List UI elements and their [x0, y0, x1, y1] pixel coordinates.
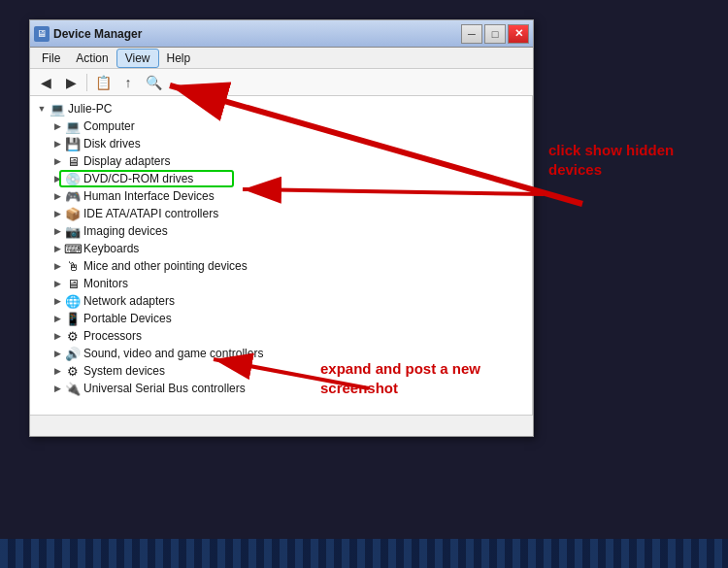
menu-bar: File Action View Help: [30, 48, 533, 69]
network-label: Network adapters: [83, 294, 175, 308]
tree-item-processors[interactable]: ▶ ⚙ Processors: [30, 327, 532, 345]
usb-icon: 🔌: [65, 381, 81, 396]
sound-icon: 🔊: [65, 346, 81, 361]
expand-network[interactable]: ▶: [50, 293, 65, 309]
disk-icon: 💾: [65, 136, 81, 151]
forward-button[interactable]: ▶: [59, 72, 83, 93]
tree-item-keyboards[interactable]: ▶ ⌨ Keyboards: [30, 240, 532, 257]
system-label: System devices: [83, 364, 165, 378]
toolbar-separator-1: [86, 74, 87, 91]
expand-system[interactable]: ▶: [50, 363, 65, 379]
expand-dvd[interactable]: ▶: [50, 171, 65, 186]
expand-displayadapters[interactable]: ▶: [50, 153, 65, 169]
tree-item-dvd[interactable]: ▶ 💿 DVD/CD-ROM drives: [30, 170, 532, 187]
usb-label: Universal Serial Bus controllers: [83, 382, 246, 395]
computer-label: Computer: [83, 119, 135, 133]
network-icon: 🌐: [65, 293, 81, 309]
tree-root[interactable]: ▼ 💻 Julie-PC: [30, 100, 532, 117]
status-bar: [30, 415, 533, 436]
annotation-expand-text: expand and post a new screenshot: [320, 360, 480, 396]
taskbar-bottom: [0, 539, 728, 568]
window-title: Device Manager: [53, 27, 142, 41]
menu-action[interactable]: Action: [68, 50, 116, 67]
expand-processors[interactable]: ▶: [50, 328, 65, 344]
dvd-label: DVD/CD-ROM drives: [83, 172, 193, 185]
tree-item-portable[interactable]: ▶ 📱 Portable Devices: [30, 310, 532, 327]
close-button[interactable]: ✕: [508, 24, 529, 44]
mice-label: Mice and other pointing devices: [83, 259, 248, 273]
expand-sound[interactable]: ▶: [50, 346, 65, 361]
tree-item-diskdrives[interactable]: ▶ 💾 Disk drives: [30, 135, 532, 152]
tree-item-monitors[interactable]: ▶ 🖥 Monitors: [30, 275, 532, 292]
expand-computer[interactable]: ▶: [50, 118, 65, 134]
expand-diskdrives[interactable]: ▶: [50, 136, 65, 151]
properties-button[interactable]: 📋: [91, 72, 115, 93]
imaging-icon: 📷: [65, 223, 81, 239]
display-icon: 🖥: [65, 153, 81, 169]
tree-item-mice[interactable]: ▶ 🖱 Mice and other pointing devices: [30, 257, 532, 275]
mice-icon: 🖱: [65, 258, 81, 274]
hid-label: Human Interface Devices: [83, 189, 215, 203]
root-label: Julie-PC: [68, 102, 112, 116]
tree-item-hid[interactable]: ▶ 🎮 Human Interface Devices: [30, 187, 532, 205]
tree-item-displayadapters[interactable]: ▶ 🖥 Display adapters: [30, 152, 532, 170]
expand-mice[interactable]: ▶: [50, 258, 65, 274]
imaging-label: Imaging devices: [83, 224, 168, 238]
annotation-click: click show hidden devices: [548, 141, 718, 179]
toolbar: ◀ ▶ 📋 ↑ 🔍: [30, 69, 533, 96]
tree-item-imaging[interactable]: ▶ 📷 Imaging devices: [30, 222, 532, 240]
tree-item-ide[interactable]: ▶ 📦 IDE ATA/ATAPI controllers: [30, 205, 532, 222]
hid-icon: 🎮: [65, 188, 81, 204]
expand-usb[interactable]: ▶: [50, 381, 65, 396]
tree-item-network[interactable]: ▶ 🌐 Network adapters: [30, 292, 532, 310]
title-bar-left: 🖥 Device Manager: [34, 26, 142, 42]
scan-button[interactable]: 🔍: [142, 72, 165, 93]
processor-icon: ⚙: [65, 328, 81, 344]
dvd-icon: 💿: [65, 171, 81, 186]
ide-icon: 📦: [65, 206, 81, 221]
back-button[interactable]: ◀: [34, 72, 57, 93]
expand-hid[interactable]: ▶: [50, 188, 65, 204]
computer-icon: 💻: [50, 101, 65, 117]
maximize-button[interactable]: □: [484, 24, 506, 44]
title-bar: 🖥 Device Manager ─ □ ✕: [30, 20, 533, 48]
ide-label: IDE ATA/ATAPI controllers: [83, 207, 218, 220]
expand-monitors[interactable]: ▶: [50, 276, 65, 291]
minimize-button[interactable]: ─: [461, 24, 482, 44]
expand-imaging[interactable]: ▶: [50, 223, 65, 239]
processors-label: Processors: [83, 329, 142, 343]
annotation-click-text: click show hidden devices: [548, 142, 674, 178]
menu-view[interactable]: View: [116, 49, 159, 68]
menu-help[interactable]: Help: [159, 50, 199, 67]
keyboards-label: Keyboards: [83, 242, 139, 255]
portable-icon: 📱: [65, 311, 81, 326]
system-icon: ⚙: [65, 363, 81, 379]
title-bar-buttons: ─ □ ✕: [461, 24, 529, 44]
keyboard-icon: ⌨: [65, 241, 81, 256]
tree-item-computer[interactable]: ▶ 💻 Computer: [30, 117, 532, 135]
monitors-label: Monitors: [83, 277, 128, 290]
annotation-expand: expand and post a new screenshot: [320, 359, 514, 397]
monitor-icon: 🖥: [65, 276, 81, 291]
expand-ide[interactable]: ▶: [50, 206, 65, 221]
update-button[interactable]: ↑: [116, 72, 140, 93]
window-icon: 🖥: [34, 26, 50, 42]
diskdrives-label: Disk drives: [83, 137, 141, 150]
sound-label: Sound, video and game controllers: [83, 347, 263, 360]
displayadapters-label: Display adapters: [83, 154, 170, 168]
computer-icon: 💻: [65, 118, 81, 134]
expand-root[interactable]: ▼: [34, 101, 50, 117]
expand-portable[interactable]: ▶: [50, 311, 65, 326]
portable-label: Portable Devices: [83, 312, 172, 325]
menu-file[interactable]: File: [34, 50, 68, 67]
